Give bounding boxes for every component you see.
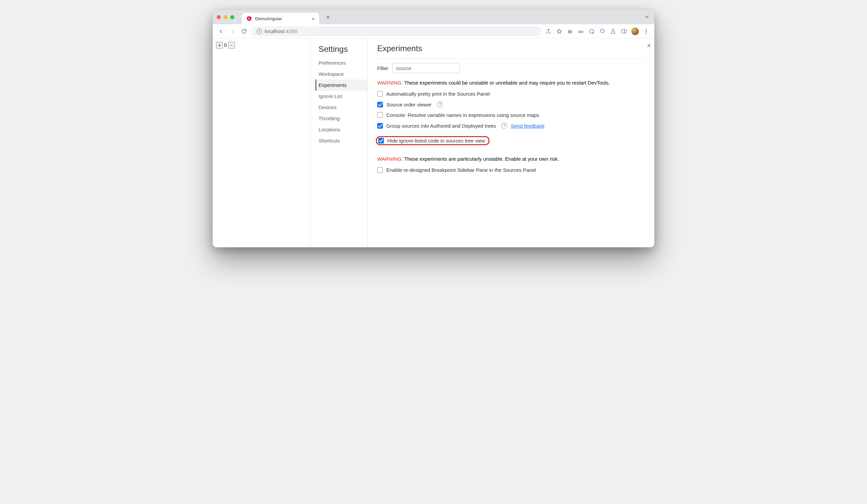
new-tab-button[interactable]: + xyxy=(323,13,333,21)
send-feedback-link[interactable]: Send feedback xyxy=(511,123,544,129)
content-area: + 0 - Settings Preferences Workspace Exp… xyxy=(213,39,654,247)
side-panel-icon[interactable] xyxy=(621,28,627,35)
browser-tab[interactable]: DemoAngular × xyxy=(242,13,319,24)
experiment-breakpoint-sidebar: Enable re-designed Breakpoint Sidebar Pa… xyxy=(377,166,645,174)
experiment-label: Group sources into Authored and Deployed… xyxy=(386,123,496,129)
help-icon[interactable]: ? xyxy=(501,123,507,129)
window-zoom-button[interactable] xyxy=(230,15,234,19)
settings-title: Settings xyxy=(319,44,367,54)
experiment-breakpoint-sidebar-checkbox[interactable] xyxy=(377,167,383,173)
sidebar-item-devices[interactable]: Devices xyxy=(315,102,367,113)
help-icon[interactable]: ? xyxy=(437,101,443,108)
window-controls xyxy=(217,15,234,19)
sidebar-item-shortcuts[interactable]: Shortcuts xyxy=(315,135,367,146)
extension-arc-icon[interactable] xyxy=(588,28,595,35)
window-close-button[interactable] xyxy=(217,15,221,19)
toolbar-actions xyxy=(545,28,650,35)
sidebar-item-locations[interactable]: Locations xyxy=(315,124,367,135)
experiment-label: Source order viewer xyxy=(386,102,431,108)
filter-row: Filter xyxy=(377,59,645,77)
counter-value: 0 xyxy=(224,42,227,48)
profile-avatar[interactable] xyxy=(631,28,639,35)
sidebar-item-preferences[interactable]: Preferences xyxy=(315,57,367,68)
share-icon[interactable] xyxy=(545,28,552,35)
warning-very-unstable: WARNING: These experiments are particula… xyxy=(377,156,645,162)
address-bar[interactable]: i localhost:4200 xyxy=(252,26,541,36)
svg-point-1 xyxy=(570,31,572,33)
svg-point-5 xyxy=(592,32,594,33)
settings-sidebar: Settings Preferences Workspace Experimen… xyxy=(310,39,368,247)
warning-prefix: WARNING: xyxy=(377,80,403,86)
counter-decrement-button[interactable]: - xyxy=(228,42,235,48)
svg-point-8 xyxy=(646,29,646,30)
back-button[interactable] xyxy=(217,28,225,35)
svg-point-10 xyxy=(646,33,646,33)
experiment-source-order-checkbox[interactable] xyxy=(377,102,383,108)
labs-flask-icon[interactable] xyxy=(610,28,617,35)
warning-unstable: WARNING: These experiments could be unst… xyxy=(377,80,645,86)
browser-menu-button[interactable] xyxy=(643,28,650,35)
url-host: localhost xyxy=(265,28,285,34)
warning-text: These experiments are particularly unsta… xyxy=(403,156,559,162)
experiments-panel: × Experiments Filter WARNING: These expe… xyxy=(368,39,654,247)
browser-window: DemoAngular × + i localhost:4200 xyxy=(213,10,654,247)
tab-list-button[interactable] xyxy=(644,14,650,21)
experiment-source-order: Source order viewer ? xyxy=(377,101,645,108)
warning-text: These experiments could be unstable or u… xyxy=(403,80,610,86)
filter-label: Filter xyxy=(377,65,388,71)
experiment-label: Console: Resolve variable names in expre… xyxy=(386,112,539,118)
svg-point-3 xyxy=(581,31,583,32)
counter-widget: + 0 - xyxy=(216,42,307,48)
svg-point-2 xyxy=(579,31,580,32)
bookmark-star-icon[interactable] xyxy=(556,28,563,35)
forward-button[interactable] xyxy=(229,28,236,35)
extension-glasses-icon[interactable] xyxy=(577,28,584,35)
sidebar-item-throttling[interactable]: Throttling xyxy=(315,113,367,124)
experiment-console-resolve-checkbox[interactable] xyxy=(377,112,383,118)
reload-button[interactable] xyxy=(240,28,248,35)
experiment-pretty-print-checkbox[interactable] xyxy=(377,91,383,97)
experiment-group-sources-checkbox[interactable] xyxy=(377,123,383,129)
sidebar-item-workspace[interactable]: Workspace xyxy=(315,68,367,79)
filter-input[interactable] xyxy=(392,63,460,73)
experiment-console-resolve: Console: Resolve variable names in expre… xyxy=(377,111,645,119)
page-content: + 0 - xyxy=(213,39,310,247)
panel-heading: Experiments xyxy=(377,44,645,53)
browser-toolbar: i localhost:4200 xyxy=(213,24,654,39)
experiment-label: Automatically pretty print in the Source… xyxy=(386,91,490,97)
sidebar-item-experiments[interactable]: Experiments xyxy=(315,79,367,91)
svg-rect-6 xyxy=(622,29,626,33)
angular-favicon-icon xyxy=(246,16,252,21)
experiment-label: Hide ignore-listed code in sources tree … xyxy=(387,138,485,143)
svg-point-0 xyxy=(568,31,570,33)
tab-title: DemoAngular xyxy=(255,16,308,21)
window-minimize-button[interactable] xyxy=(224,15,227,19)
experiment-group-sources: Group sources into Authored and Deployed… xyxy=(377,122,645,129)
svg-point-9 xyxy=(646,31,646,31)
experiment-pretty-print: Automatically pretty print in the Source… xyxy=(377,90,645,97)
experiment-hide-ignore-listed: Hide ignore-listed code in sources tree … xyxy=(376,136,490,145)
warning-prefix: WARNING: xyxy=(377,156,403,162)
url-port: :4200 xyxy=(285,28,297,34)
sidebar-item-ignore-list[interactable]: Ignore List xyxy=(315,91,367,102)
url-text: localhost:4200 xyxy=(265,28,297,34)
experiment-label: Enable re-designed Breakpoint Sidebar Pa… xyxy=(386,167,536,173)
extension-incognito-icon[interactable] xyxy=(567,28,574,35)
tab-close-button[interactable]: × xyxy=(311,16,314,22)
tab-strip: DemoAngular × + xyxy=(213,10,654,24)
extensions-puzzle-icon[interactable] xyxy=(599,28,606,35)
counter-increment-button[interactable]: + xyxy=(216,42,223,48)
site-info-icon[interactable]: i xyxy=(257,29,262,34)
close-settings-button[interactable]: × xyxy=(647,42,651,50)
experiment-hide-ignore-listed-checkbox[interactable] xyxy=(378,138,384,143)
